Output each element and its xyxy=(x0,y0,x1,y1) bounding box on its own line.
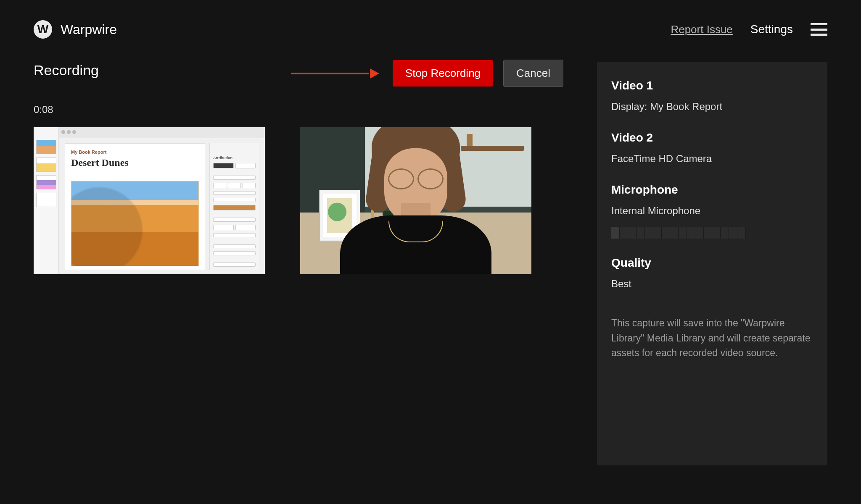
report-issue-link[interactable]: Report Issue xyxy=(671,23,732,36)
person-icon xyxy=(340,165,491,274)
window-titlebar xyxy=(59,127,265,138)
microphone-value: Internal Microphone xyxy=(611,205,813,217)
inspector-panel: Attribution xyxy=(209,143,259,270)
stop-recording-button[interactable]: Stop Recording xyxy=(393,60,493,87)
microphone-heading: Microphone xyxy=(611,183,813,197)
slide-thumb xyxy=(36,140,56,154)
quality-value: Best xyxy=(611,278,813,290)
mic-meter-segment xyxy=(637,227,645,239)
video2-value: FaceTime HD Camera xyxy=(611,153,813,165)
brand-name: Warpwire xyxy=(61,22,117,37)
brand-glyph: W xyxy=(37,23,48,36)
video2-preview xyxy=(300,127,531,274)
quality-heading: Quality xyxy=(611,256,813,270)
shelf-icon xyxy=(461,146,524,151)
mic-meter-segment xyxy=(670,227,679,239)
video2-heading: Video 2 xyxy=(611,131,813,144)
mic-meter-segment xyxy=(662,227,670,239)
mic-meter-segment xyxy=(653,227,662,239)
menu-icon[interactable] xyxy=(811,23,827,36)
inspector-heading: Attribution xyxy=(213,156,256,160)
save-destination-note: This capture will save into the "Warpwir… xyxy=(611,316,813,361)
mic-meter-segment xyxy=(695,227,704,239)
app-header: W Warpwire Report Issue Settings xyxy=(0,0,861,49)
slide-thumb xyxy=(36,175,56,189)
microphone-level-meter xyxy=(611,227,746,239)
presentation-mock: My Book Report Desert Dunes Attribution xyxy=(34,127,265,274)
mic-meter-segment xyxy=(729,227,737,239)
header-actions: Report Issue Settings xyxy=(671,23,827,36)
main: Stop Recording Cancel Recording 0:08 xyxy=(0,49,861,465)
mic-meter-segment xyxy=(679,227,687,239)
recording-timer: 0:08 xyxy=(34,104,563,116)
video1-heading: Video 1 xyxy=(611,79,813,92)
mic-meter-segment xyxy=(628,227,637,239)
slide-hero-image xyxy=(71,181,199,266)
brand[interactable]: W Warpwire xyxy=(34,20,117,39)
preview-row: My Book Report Desert Dunes Attribution xyxy=(34,127,563,274)
mic-meter-segment xyxy=(687,227,695,239)
mic-meter-segment xyxy=(620,227,628,239)
cancel-button[interactable]: Cancel xyxy=(503,60,563,87)
mic-meter-segment xyxy=(712,227,721,239)
slide-thumbnails xyxy=(34,127,59,274)
webcam-mock xyxy=(300,127,531,274)
settings-link[interactable]: Settings xyxy=(750,23,793,36)
slide-thumb xyxy=(36,193,56,207)
slide-title: Desert Dunes xyxy=(71,157,199,168)
video1-value: Display: My Book Report xyxy=(611,101,813,113)
mic-meter-segment xyxy=(611,227,620,239)
mic-meter-segment xyxy=(721,227,729,239)
recording-area: Stop Recording Cancel Recording 0:08 xyxy=(34,62,563,465)
settings-sidebar: Video 1 Display: My Book Report Video 2 … xyxy=(597,62,827,465)
annotation-arrow-icon xyxy=(291,68,379,79)
slide-subheading: My Book Report xyxy=(71,150,199,155)
video1-preview: My Book Report Desert Dunes Attribution xyxy=(34,127,265,274)
slide-canvas-area: My Book Report Desert Dunes Attribution xyxy=(59,127,265,274)
recording-actions: Stop Recording Cancel xyxy=(291,60,563,87)
slide-canvas: My Book Report Desert Dunes xyxy=(65,143,205,270)
mic-meter-segment xyxy=(704,227,712,239)
mic-meter-segment xyxy=(645,227,653,239)
mic-meter-segment xyxy=(737,227,746,239)
slide-thumb xyxy=(36,158,56,172)
brand-logo-icon: W xyxy=(34,20,52,39)
